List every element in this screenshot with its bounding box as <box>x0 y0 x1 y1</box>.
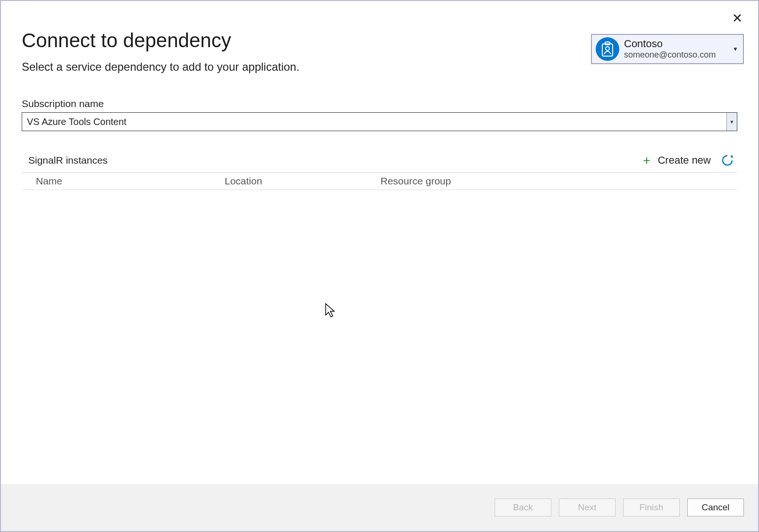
subscription-value: VS Azure Tools Content <box>22 116 726 127</box>
instances-header-row: SignalR instances ＋ Create new <box>22 152 737 172</box>
create-new-button[interactable]: ＋ Create new <box>641 152 711 168</box>
account-name: Contoso <box>624 38 733 50</box>
create-new-label: Create new <box>658 154 711 166</box>
plus-icon: ＋ <box>641 152 653 168</box>
column-location[interactable]: Location <box>225 175 380 187</box>
connect-dependency-dialog: Contoso someone@contoso.com ▼ Connect to… <box>0 0 759 532</box>
dialog-footer: Back Next Finish Cancel <box>1 484 758 531</box>
instances-table-header: Name Location Resource group <box>22 172 737 190</box>
back-button: Back <box>495 499 551 516</box>
chevron-down-icon: ▼ <box>733 46 739 52</box>
finish-button: Finish <box>623 499 680 516</box>
account-email: someone@contoso.com <box>624 50 733 60</box>
account-badge-icon <box>596 37 619 61</box>
svg-marker-5 <box>730 156 733 158</box>
column-resource-group[interactable]: Resource group <box>380 175 737 187</box>
next-button: Next <box>559 499 616 516</box>
close-icon <box>733 14 742 22</box>
column-name[interactable]: Name <box>22 175 225 187</box>
close-button[interactable] <box>730 10 745 25</box>
subscription-label: Subscription name <box>22 98 737 109</box>
refresh-icon <box>721 154 734 166</box>
refresh-button[interactable] <box>721 154 734 166</box>
instances-label: SignalR instances <box>28 155 108 166</box>
chevron-down-icon[interactable]: ▼ <box>726 113 737 131</box>
subscription-dropdown[interactable]: VS Azure Tools Content ▼ <box>22 112 737 131</box>
account-selector[interactable]: Contoso someone@contoso.com ▼ <box>591 34 744 64</box>
account-text: Contoso someone@contoso.com <box>624 38 733 60</box>
dialog-content: Connect to dependency Select a service d… <box>1 1 758 484</box>
svg-point-4 <box>606 47 609 50</box>
cancel-button[interactable]: Cancel <box>687 499 744 516</box>
